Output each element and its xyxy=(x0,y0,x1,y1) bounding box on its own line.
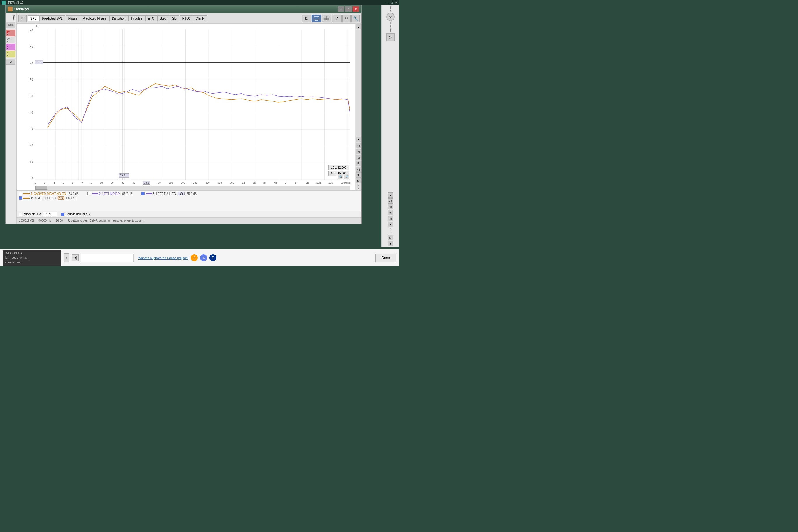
outer-label-4: 4 xyxy=(390,22,391,24)
outer-scroll-6[interactable]: ▼ xyxy=(388,222,393,227)
y-40: 40 xyxy=(30,111,33,114)
right-ctrl-4[interactable]: ⊞ xyxy=(356,161,361,166)
right-ctrl-5[interactable]: ◁ xyxy=(356,167,361,172)
kill-btn[interactable]: kill xyxy=(5,256,9,259)
outer-arrow-icon[interactable]: ▷ xyxy=(386,33,395,41)
gear-icon[interactable]: ⚙ xyxy=(342,15,350,22)
window-minimize[interactable]: ─ xyxy=(338,6,344,12)
right-ctrl-3[interactable]: ◁ xyxy=(356,155,361,160)
right-ctrl-2[interactable]: ◁ xyxy=(356,149,361,154)
tab-phase[interactable]: Phase xyxy=(65,16,80,21)
done-button[interactable]: Done xyxy=(375,254,396,262)
graph-plot: 53.2 67.5 xyxy=(35,29,350,180)
tab-step[interactable]: Step xyxy=(157,16,169,21)
rew-maximize-btn[interactable]: □ xyxy=(391,1,393,4)
right-scroll-up[interactable]: ▲ xyxy=(356,24,361,30)
bitcoin-icon[interactable]: ₿ xyxy=(191,254,198,261)
tab-distortion[interactable]: Distortion xyxy=(109,16,128,21)
rew-close-btn[interactable]: ✕ xyxy=(395,1,397,4)
sidebar-item-3[interactable]: 3~ 20 xyxy=(6,44,16,51)
chrome-arrow-icon[interactable]: ↕ xyxy=(63,253,70,262)
tab-gd[interactable]: GD xyxy=(169,16,179,21)
sidebar-item-1[interactable]: 1~ 20 xyxy=(6,30,16,36)
paypal-icon[interactable]: P xyxy=(209,254,216,261)
sidebar-item-4[interactable]: 4~ 20 xyxy=(6,51,16,57)
range-btn-1[interactable]: 10 .. 22,000 xyxy=(328,165,349,170)
legend-color-2 xyxy=(92,193,98,194)
graph-main: dB 90 80 70 60 50 40 30 20 10 0 xyxy=(17,24,355,190)
tab-predicted-phase[interactable]: Predicted Phase xyxy=(80,16,109,21)
y-20: 20 xyxy=(30,144,33,147)
right-ctrl-7[interactable]: ▷ xyxy=(356,178,361,184)
right-ctrl-1[interactable]: ◁ xyxy=(356,143,361,149)
expand-icon[interactable]: ⤢ xyxy=(332,15,342,22)
grid-icon[interactable] xyxy=(322,15,331,22)
legend-label-1: 1: CARVER RIGHT NO EQ xyxy=(31,192,66,195)
tab-spl[interactable]: SPL xyxy=(28,16,39,21)
v-scrollbar[interactable] xyxy=(356,30,361,136)
x-30k: 30.0kHz xyxy=(341,182,350,184)
outer-gear-icon[interactable]: ⚙ xyxy=(386,13,395,21)
tab-etc[interactable]: ETC xyxy=(145,16,157,21)
x-6k: 6k xyxy=(295,182,298,184)
soundcard-cal-label: Soundcard Cal xyxy=(65,213,85,216)
legend-check-1[interactable] xyxy=(19,192,22,195)
outer-scroll-5[interactable]: ◁ xyxy=(388,216,393,221)
x-800: 800 xyxy=(230,182,234,184)
bookmarks-btn[interactable]: bookmarks... xyxy=(12,256,28,259)
legend-item-1: 1: CARVER RIGHT NO EQ 63.9 dB xyxy=(19,192,79,195)
x-80: 80 xyxy=(158,182,161,184)
legend: 1: CARVER RIGHT NO EQ 63.9 dB 2: LEFT NO… xyxy=(17,190,361,211)
sidebar-measure-btn[interactable]: Mea xyxy=(6,14,16,21)
svg-rect-0 xyxy=(314,16,319,20)
outer-scroll-4[interactable]: ⊞ xyxy=(388,210,393,215)
sidebar-item-2[interactable]: 2~ 20 xyxy=(6,37,16,43)
outer-scroll-2[interactable]: ◁ xyxy=(388,198,393,204)
chrome-url-area: ⇒| xyxy=(72,254,79,261)
h-scrollbar[interactable] xyxy=(35,186,350,190)
tab-impulse[interactable]: Impulse xyxy=(128,16,145,21)
mic-cal-checkbox[interactable] xyxy=(19,213,22,216)
window-close[interactable]: ✕ xyxy=(353,6,359,12)
window-maximize[interactable]: □ xyxy=(345,6,352,12)
legend-color-1 xyxy=(23,193,30,194)
tab-rt60[interactable]: RT60 xyxy=(180,16,193,21)
wrench-icon[interactable]: 🔧 xyxy=(352,15,360,22)
signal-icon[interactable]: ⇅ xyxy=(302,15,311,22)
legend-check-3[interactable] xyxy=(141,192,145,195)
display-icon[interactable] xyxy=(312,15,321,22)
sidebar-c-btn[interactable]: C xyxy=(6,59,16,65)
status-bar: 183/329MB 48000 Hz 16 Bit R button to pa… xyxy=(17,217,361,224)
outer-scroll-1[interactable]: ▲ xyxy=(388,192,393,198)
status-sample-rate: 48000 Hz xyxy=(38,219,51,222)
x-5: 5 xyxy=(63,182,64,184)
x-axis: 2 3 4 5 6 7 8 10 20 30 40 53.2 8 xyxy=(35,180,350,186)
outer-label-preferences: ences xyxy=(389,6,392,12)
main-content: ⟳ SPL Predicted SPL Phase Predicted Phas… xyxy=(17,13,361,224)
chrome-nav-icon[interactable]: ⇒| xyxy=(72,254,79,261)
legend-check-4[interactable] xyxy=(19,196,22,200)
ethereum-icon[interactable]: ◈ xyxy=(200,254,207,261)
rew-minimize-btn[interactable]: ─ xyxy=(386,1,388,4)
legend-db-1: 63.9 dB xyxy=(69,192,78,195)
mic-cal-input[interactable] xyxy=(43,212,57,216)
right-scroll-down[interactable]: ▼ xyxy=(356,137,361,142)
outer-scroll-3[interactable]: ◁ xyxy=(388,204,393,209)
h-scrollbar-thumb[interactable] xyxy=(35,186,47,190)
soundcard-cal-checkbox[interactable] xyxy=(61,213,64,216)
x-8k: 8k xyxy=(306,182,309,184)
right-ctrl-6[interactable]: ▼ xyxy=(356,172,361,178)
sidebar-collab-btn[interactable]: Colla xyxy=(6,22,16,28)
tab-predicted-spl[interactable]: Predicted SPL xyxy=(39,16,65,21)
zoom-out-icon[interactable]: 🔎 xyxy=(344,174,349,179)
legend-check-2[interactable] xyxy=(88,192,91,195)
y-80: 80 xyxy=(30,45,33,49)
zoom-in-icon[interactable]: 🔍 xyxy=(338,174,343,179)
tab-clarity[interactable]: Clarity xyxy=(193,16,207,21)
support-link[interactable]: Want to support the Peace project? xyxy=(138,256,188,260)
chrome-address-input[interactable] xyxy=(81,254,134,262)
outer-scroll-h[interactable]: ▼ xyxy=(388,241,393,246)
outer-arrow-right[interactable]: ▷ xyxy=(388,235,393,240)
overlays-title: Overlays xyxy=(14,7,29,11)
refresh-icon[interactable]: ⟳ xyxy=(18,15,26,22)
